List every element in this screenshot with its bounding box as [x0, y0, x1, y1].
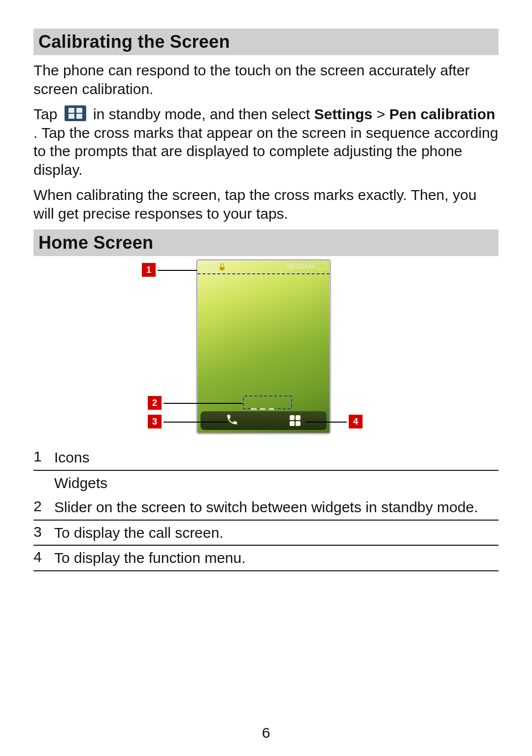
- status-icons: ✆ ▤ 🔒: [201, 263, 226, 270]
- bold-text: Pen calibration: [389, 106, 495, 122]
- section-heading-calibrating: Calibrating the Screen: [33, 29, 499, 55]
- text: . Tap the cross marks that appear on the…: [33, 125, 498, 178]
- legend-text: To display the call screen.: [54, 524, 499, 542]
- widget-slider-outline: [243, 395, 292, 409]
- leader-line: [305, 422, 347, 423]
- legend-number: 4: [33, 549, 45, 567]
- legend-row: Widgets: [33, 471, 499, 495]
- page-number: 6: [0, 724, 532, 741]
- section-heading-home: Home Screen: [33, 230, 499, 256]
- page-indicator: [251, 408, 280, 410]
- callout-badge-3: 3: [148, 415, 162, 428]
- divider: [33, 570, 499, 571]
- legend-row: 4 To display the function menu.: [33, 546, 499, 570]
- manual-page: Calibrating the Screen The phone can res…: [0, 0, 532, 756]
- legend-number: 1: [33, 448, 45, 467]
- apps-grid-icon: [289, 414, 301, 427]
- legend-number: [33, 474, 45, 493]
- legend-text: To display the function menu.: [54, 549, 499, 567]
- home-screen-figure: ✆ ▤ 🔒 09:25AM 1 2 3 4: [33, 259, 499, 441]
- legend-text: Slider on the screen to switch between w…: [54, 498, 499, 517]
- legend-row: 2 Slider on the screen to switch between…: [33, 495, 499, 520]
- paragraph: Tap in standby mode, and then select Set…: [33, 105, 499, 179]
- text: Tap: [33, 106, 62, 122]
- apps-grid-icon: [65, 105, 86, 121]
- legend-text: Icons: [54, 448, 499, 467]
- phone-frame: ✆ ▤ 🔒 09:25AM: [196, 259, 331, 434]
- paragraph: The phone can respond to the touch on th…: [33, 61, 499, 98]
- status-time: 09:25AM: [286, 263, 315, 270]
- leader-line: [164, 422, 228, 423]
- text: >: [376, 106, 389, 122]
- callout-badge-1: 1: [142, 263, 156, 277]
- phone-icon: [226, 413, 238, 428]
- callout-badge-2: 2: [148, 396, 162, 410]
- legend-row: 3 To display the call screen.: [33, 521, 499, 545]
- bold-text: Settings: [314, 106, 372, 122]
- paragraph: When calibrating the screen, tap the cro…: [33, 186, 499, 223]
- callout-badge-4: 4: [349, 415, 363, 428]
- legend-number: 2: [33, 498, 45, 517]
- leader-line: [158, 270, 197, 271]
- status-bar: ✆ ▤ 🔒 09:25AM: [198, 261, 330, 274]
- legend-row: 1 Icons: [33, 445, 499, 470]
- text: in standby mode, and then select: [93, 106, 314, 122]
- dock: [200, 411, 327, 430]
- legend-table: 1 Icons Widgets 2 Slider on the screen t…: [33, 445, 499, 571]
- battery-icon: [317, 263, 327, 269]
- legend-number: 3: [33, 524, 45, 542]
- leader-line: [164, 403, 242, 404]
- legend-text: Widgets: [54, 474, 499, 493]
